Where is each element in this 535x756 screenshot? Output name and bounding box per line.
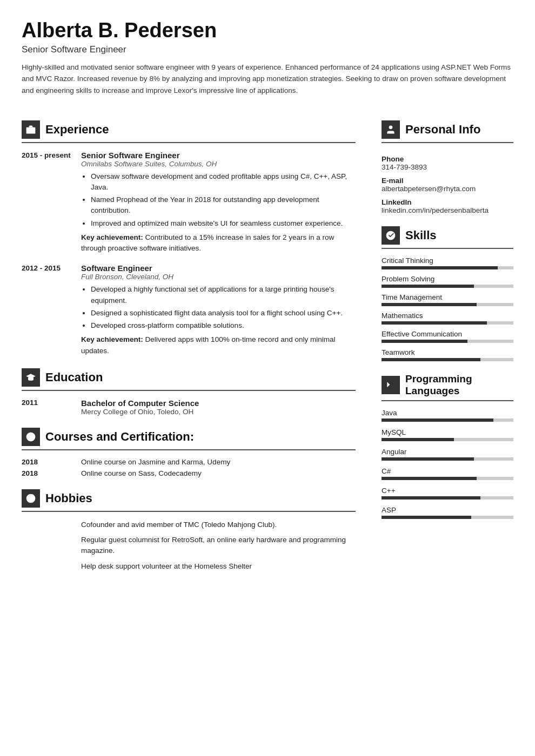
courses-heading: Courses and Certification: [45, 430, 194, 444]
prog-lang-bar-bg [382, 496, 513, 500]
education-entry: 2011Bachelor of Computer ScienceMercy Co… [22, 399, 356, 416]
school: Mercy College of Ohio, Toledo, OH [81, 408, 199, 416]
prog-lang-bar-fill [382, 438, 454, 441]
skills-heading: Skills [405, 228, 436, 242]
prog-lang-name: C# [382, 467, 513, 475]
bullet-list: Oversaw software development and coded p… [91, 171, 356, 229]
skill-bar-fill [382, 321, 487, 325]
skills-icon [385, 230, 396, 241]
prog-lang-bar-fill [382, 496, 480, 500]
prog-lang-icon-box [382, 376, 400, 394]
list-item: Developed a highly functional set of app… [91, 284, 356, 306]
prog-lang-name: C++ [382, 487, 513, 495]
edu-date: 2011 [22, 399, 81, 416]
course-date: 2018 [22, 469, 81, 477]
certificate-icon [25, 431, 36, 442]
course-date: 2018 [22, 458, 81, 466]
skill-item: Critical Thinking [382, 256, 513, 269]
skill-name: Critical Thinking [382, 256, 513, 265]
exp-content: Software EngineerFull Bronson, Cleveland… [81, 264, 356, 356]
skill-bar-bg [382, 321, 513, 325]
course-description: Online course on Jasmine and Karma, Udem… [81, 458, 230, 466]
prog-lang-heading: Programming Languages [405, 373, 513, 397]
skill-bar-bg [382, 303, 513, 306]
hobby-indent [22, 535, 81, 557]
hobbies-heading: Hobbies [45, 491, 92, 505]
hobbies-icon-box [22, 489, 40, 508]
hobby-entry: Help desk support volunteer at the Homel… [22, 561, 356, 572]
personal-info-section-header: Personal Info [382, 120, 513, 143]
phone-value: 314-739-3893 [382, 163, 513, 171]
skill-bar-bg [382, 266, 513, 269]
prog-lang-name: MySQL [382, 428, 513, 436]
hobbies-icon [25, 493, 36, 504]
graduation-icon [25, 372, 36, 383]
prog-lang-item: C# [382, 467, 513, 480]
skills-section-header: Skills [382, 226, 513, 249]
phone-label: Phone [382, 155, 513, 163]
skill-item: Effective Communication [382, 330, 513, 343]
linkedin-value: linkedin.com/in/pedersenbalberta [382, 206, 513, 214]
courses-section-header: Courses and Certification: [22, 428, 356, 450]
experience-entry: 2015 - presentSenior Software EngineerOm… [22, 151, 356, 254]
job-title: Software Engineer [81, 264, 356, 273]
left-column: Experience 2015 - presentSenior Software… [22, 109, 373, 576]
exp-date: 2015 - present [22, 151, 81, 254]
key-achievement: Key achievement: Contributed to a 15% in… [81, 232, 356, 254]
skill-item: Problem Solving [382, 275, 513, 288]
personal-info-details: Phone 314-739-3893 E-mail albertabpeters… [382, 155, 513, 214]
personal-info-heading: Personal Info [405, 123, 480, 137]
two-column-layout: Experience 2015 - presentSenior Software… [22, 109, 513, 576]
course-entry: 2018Online course on Jasmine and Karma, … [22, 458, 356, 466]
skill-name: Teamwork [382, 348, 513, 356]
experience-icon-box [22, 120, 40, 139]
candidate-title: Senior Software Engineer [22, 44, 513, 55]
skill-name: Effective Communication [382, 330, 513, 338]
skill-name: Problem Solving [382, 275, 513, 283]
company: Full Bronson, Cleveland, OH [81, 273, 356, 281]
skills-icon-box [382, 226, 400, 245]
hobbies-list: Cofounder and avid member of TMC (Toledo… [22, 519, 356, 572]
hobby-indent [22, 519, 81, 530]
hobby-content: Help desk support volunteer at the Homel… [81, 561, 252, 572]
linkedin-label: LinkedIn [382, 198, 513, 206]
prog-lang-name: Angular [382, 448, 513, 456]
prog-lang-item: Java [382, 409, 513, 422]
prog-lang-item: MySQL [382, 428, 513, 441]
prog-lang-section-header: Programming Languages [382, 373, 513, 401]
hobby-content: Cofounder and avid member of TMC (Toledo… [81, 519, 277, 530]
prog-lang-bar-fill [382, 457, 474, 461]
degree: Bachelor of Computer Science [81, 399, 199, 408]
list-item: Named Prophead of the Year in 2018 for o… [91, 194, 356, 217]
list-item: Developed cross-platform compatible solu… [91, 320, 356, 331]
person-icon [385, 124, 396, 135]
skill-bar-bg [382, 285, 513, 288]
hobby-entry: Regular guest columnist for RetroSoft, a… [22, 535, 356, 557]
hobby-indent [22, 561, 81, 572]
svg-rect-0 [26, 127, 36, 133]
prog-lang-bar-fill [382, 477, 477, 480]
briefcase-icon [25, 124, 36, 135]
list-item: Designed a sophisticated flight data ana… [91, 308, 356, 319]
prog-lang-list: JavaMySQLAngularC#C++ASP [382, 409, 513, 519]
resume-page: Alberta B. Pedersen Senior Software Engi… [0, 0, 535, 596]
resume-header: Alberta B. Pedersen Senior Software Engi… [22, 19, 513, 97]
company: Omnilabs Software Suites, Columbus, OH [81, 160, 356, 168]
skill-bar-bg [382, 340, 513, 343]
email-label: E-mail [382, 177, 513, 185]
svg-point-12 [389, 125, 393, 129]
education-heading: Education [45, 370, 103, 384]
skill-bar-bg [382, 358, 513, 361]
hobbies-section-header: Hobbies [22, 489, 356, 512]
skill-bar-fill [382, 358, 480, 361]
code-icon [385, 380, 396, 390]
exp-content: Senior Software EngineerOmnilabs Softwar… [81, 151, 356, 254]
courses-list: 2018Online course on Jasmine and Karma, … [22, 458, 356, 477]
prog-lang-bar-bg [382, 516, 513, 519]
skill-bar-fill [382, 340, 467, 343]
prog-lang-bar-fill [382, 418, 493, 422]
prog-lang-item: C++ [382, 487, 513, 500]
svg-point-11 [30, 497, 31, 499]
svg-point-4 [29, 435, 33, 438]
skill-item: Teamwork [382, 348, 513, 361]
